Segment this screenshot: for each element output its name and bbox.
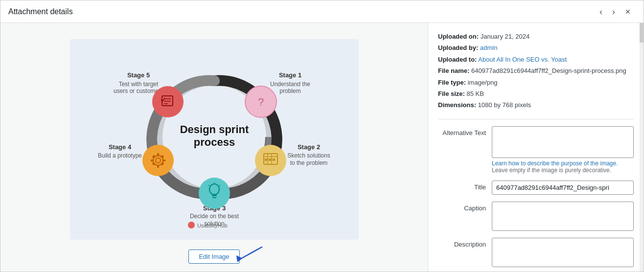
file-type-value: image/png <box>468 79 498 86</box>
svg-text:UsabilityHub: UsabilityHub <box>197 223 228 228</box>
svg-marker-57 <box>236 255 242 262</box>
svg-rect-41 <box>151 159 154 161</box>
svg-text:Understand the: Understand the <box>270 81 310 88</box>
next-button[interactable]: › <box>607 4 620 19</box>
svg-text:Sketch solutions: Sketch solutions <box>287 152 330 159</box>
caption-input[interactable] <box>492 202 634 231</box>
alt-text-input[interactable] <box>492 126 634 158</box>
svg-rect-39 <box>157 153 159 156</box>
alt-text-label: Alternative Text <box>438 126 492 136</box>
image-footer: Edit Image <box>10 246 418 264</box>
dialog-body: Stage 1 Understand the problem Stage 2 S… <box>0 23 644 272</box>
svg-point-28 <box>199 178 230 209</box>
svg-rect-25 <box>265 159 267 161</box>
alt-text-wrapper: Learn how to describe the purpose of the… <box>492 126 634 174</box>
dimensions-value: 1080 by 768 pixels <box>478 101 531 109</box>
caption-label: Caption <box>438 202 492 212</box>
uploaded-on-label: Uploaded on: <box>438 33 479 40</box>
file-size-value: 85 KB <box>467 90 484 97</box>
description-input[interactable] <box>492 238 634 267</box>
file-name-label: File name: <box>438 67 469 74</box>
file-size-label: File size: <box>438 90 465 97</box>
svg-text:process: process <box>193 136 234 148</box>
svg-point-47 <box>152 86 184 117</box>
attachment-details-dialog: Attachment details ‹ › ✕ Stage 1 Underst… <box>0 0 644 272</box>
svg-text:Stage 4: Stage 4 <box>108 143 131 151</box>
title-input[interactable] <box>492 181 634 195</box>
divider <box>438 119 634 119</box>
svg-rect-26 <box>269 159 271 161</box>
caption-row: Caption <box>438 202 634 231</box>
dialog-title: Attachment details <box>8 7 73 16</box>
title-label: Title <box>438 181 492 191</box>
description-label: Description <box>438 238 492 248</box>
svg-text:Stage 2: Stage 2 <box>297 143 320 151</box>
svg-text:Stage 1: Stage 1 <box>278 71 301 79</box>
svg-point-36 <box>142 145 174 176</box>
prev-button[interactable]: ‹ <box>595 4 607 19</box>
close-button[interactable]: ✕ <box>620 5 636 18</box>
details-panel: Uploaded on: January 21, 2024 Uploaded b… <box>428 23 644 272</box>
dimensions-label: Dimensions: <box>438 101 476 109</box>
svg-text:Design sprint: Design sprint <box>180 123 249 136</box>
uploaded-on-value: January 21, 2024 <box>481 33 529 40</box>
edit-image-button[interactable]: Edit Image <box>188 249 239 264</box>
svg-point-54 <box>188 222 195 228</box>
arrow-indicator <box>232 245 272 264</box>
uploaded-by-label: Uploaded by: <box>438 44 478 51</box>
alt-text-row: Alternative Text Learn how to describe t… <box>438 126 634 174</box>
svg-text:to the problem: to the problem <box>290 159 327 166</box>
dialog-header: Attachment details ‹ › ✕ <box>0 0 644 23</box>
file-type-label: File type: <box>438 79 466 86</box>
alt-text-helper2: Leave empty if the image is purely decor… <box>492 167 611 174</box>
uploaded-by-link[interactable]: admin <box>480 44 497 51</box>
svg-rect-27 <box>273 159 275 161</box>
svg-text:Build a prototype: Build a prototype <box>97 152 141 159</box>
alt-text-help-link[interactable]: Learn how to describe the purpose of the… <box>492 160 618 167</box>
image-panel: Stage 1 Understand the problem Stage 2 S… <box>0 23 428 272</box>
svg-text:?: ? <box>257 96 263 108</box>
header-actions: ‹ › ✕ <box>595 4 636 19</box>
uploaded-to-link[interactable]: About All In One SEO vs. Yoast <box>478 56 567 63</box>
image-container: Stage 1 Understand the problem Stage 2 S… <box>10 33 418 246</box>
scrollbar-thumb[interactable] <box>640 23 644 43</box>
svg-text:problem: problem <box>279 88 300 94</box>
scrollbar-track[interactable] <box>640 23 644 272</box>
meta-section: Uploaded on: January 21, 2024 Uploaded b… <box>438 31 634 111</box>
uploaded-to-label: Uploaded to: <box>438 56 477 63</box>
svg-text:Stage 5: Stage 5 <box>127 71 149 79</box>
description-row: Description <box>438 238 634 267</box>
title-row: Title <box>438 181 634 195</box>
file-name-value: 640977ad8291c6944aff7ff2_Design-sprint-p… <box>471 67 626 74</box>
alt-text-help: Learn how to describe the purpose of the… <box>492 160 634 174</box>
svg-text:Decide on the best: Decide on the best <box>189 213 239 220</box>
svg-text:Test with target: Test with target <box>118 81 158 88</box>
design-sprint-svg: Stage 1 Understand the problem Stage 2 S… <box>70 39 359 240</box>
svg-rect-42 <box>162 159 165 161</box>
svg-rect-40 <box>157 165 159 168</box>
svg-line-56 <box>240 247 262 259</box>
